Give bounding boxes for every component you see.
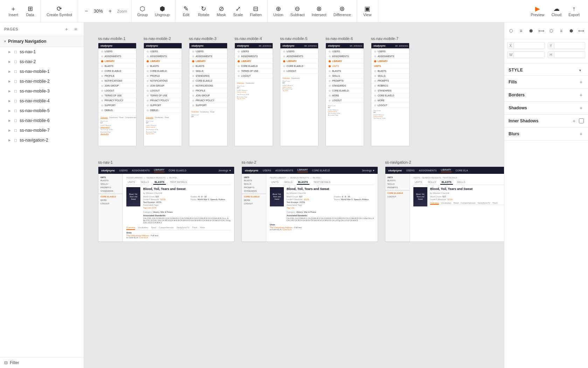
inner-shadows-header[interactable]: Inner Shadows + [504, 115, 588, 127]
shadows-header[interactable]: Shadows + [504, 102, 588, 114]
nmt-logo-2: studysync [146, 45, 158, 47]
coord-row-xy: X × Y [507, 42, 585, 49]
borders-header[interactable]: Borders + [504, 89, 588, 101]
scale-button[interactable]: ⤢ Scale [230, 2, 246, 20]
page-item-ss-nav-mobile-6[interactable]: ▶ □ ss-nav-mobile-6 [0, 116, 84, 125]
dlt-book-cover-2: Blood, Toil, Tears and Sweat [270, 187, 284, 206]
frame-wrapper-mobile-2: ss-nav-mobile-2 × studysync USERS ASSIGN… [144, 36, 182, 146]
coord-y-input[interactable] [554, 42, 586, 49]
dlt-body-2: UNITS BLASTS SKILLS PROMPTS STANDARDS CO… [242, 174, 378, 241]
frame-label-desktop-1: ss-nav-1 [98, 160, 113, 164]
nmt-tags-5: Tag 1075 [282, 90, 317, 91]
page-item-ss-nav-2[interactable]: ▶ □ ss-nav-2 [0, 57, 84, 67]
nmt-item-users-5: USERS [280, 49, 318, 54]
add-inner-shadow-button[interactable]: + [571, 118, 577, 124]
add-blur-button[interactable]: + [578, 131, 584, 137]
primary-navigation-group[interactable]: ▾ Primary Navigation [0, 36, 84, 47]
edit-button[interactable]: ✎ Edit [178, 2, 194, 20]
union-button[interactable]: ⊕ Union [271, 2, 286, 20]
add-border-button[interactable]: + [578, 92, 584, 98]
align-left-button[interactable]: ⬡ [507, 27, 515, 35]
page-item-ss-nav-mobile-4[interactable]: ▶ □ ss-nav-mobile-4 [0, 96, 84, 106]
insert-button[interactable]: ＋ Insert [6, 2, 21, 20]
nmt-tab-v-4: Vocabulary [246, 82, 254, 84]
fills-header[interactable]: Fills + [504, 76, 588, 88]
subtract-button[interactable]: ⊖ Subtract [287, 2, 307, 20]
dlt-left-blasts: BLASTS [98, 179, 122, 182]
inner-shadows-toggle[interactable] [579, 118, 584, 123]
nmt-item-logout-4: TERMS OF USE [235, 69, 273, 74]
intersect-button[interactable]: ⊗ Intersect [309, 2, 329, 20]
align-bottom-button[interactable]: ⬢ [567, 27, 575, 35]
pages-menu-button[interactable]: ≡ [72, 25, 79, 33]
frame-label-mobile-3: ss-nav-mobile-3 [189, 36, 216, 41]
page-item-ss-nav-mobile-1[interactable]: ▶ □ ss-nav-mobile-1 [0, 67, 84, 76]
create-symbol-button[interactable]: ⟳ Create Symbol [44, 2, 75, 20]
align-center-v-button[interactable]: ≡ [558, 27, 565, 35]
canvas-area[interactable]: ss-nav-mobile-1 × studysync USERS ASSIGN… [84, 22, 504, 368]
frame-thumbnail-mobile-1[interactable]: × studysync USERS ASSIGNMENTS LIBRARY BL… [98, 43, 136, 146]
dlt-book-section-2: Blood, Toil, Tears and Sweat Blood, Toil… [270, 187, 374, 222]
dlt-info-category: Category: History, War & Peace [143, 211, 231, 213]
frame-thumbnail-mobile-7[interactable]: × studysync MR. JENNINGS USERS ASSIGNMEN… [371, 43, 410, 146]
frame-thumbnail-mobile-3[interactable]: × studysync USERS ASSIGNMENTS LIBRARY BL… [189, 43, 227, 146]
nmt-item-notif-3: NOTIFICATIONS [189, 83, 227, 88]
coord-h-input[interactable] [554, 52, 586, 58]
nmt-item-more-7: MORE [371, 98, 410, 103]
frame-thumbnail-desktop-3[interactable]: studysync USERS ASSIGNMENTS LIBRARY CORE… [385, 166, 504, 242]
group-ungroup-group: ⬡ Group ⬢ Ungroup [132, 0, 176, 22]
add-shadow-button[interactable]: + [578, 105, 584, 111]
distribute-v-button[interactable]: ⟺ [578, 27, 585, 35]
rotate-button[interactable]: ↻ Rotate [195, 2, 212, 20]
data-button[interactable]: ⊞ Data [22, 2, 38, 20]
nmt-wc-7: 527 [373, 111, 408, 113]
coord-x-input[interactable] [514, 42, 545, 49]
frame-wrapper-mobile-7: ss-nav-mobile-7 × studysync MR. JENNINGS… [371, 36, 410, 146]
nav-mobile-3-content: studysync USERS ASSIGNMENTS LIBRARY BLAS… [189, 43, 227, 146]
dlt-ov-ov-3: Overview [430, 202, 439, 205]
coord-w-input[interactable] [514, 52, 545, 58]
zoom-in-button[interactable]: + [106, 7, 114, 15]
frame-thumbnail-mobile-4[interactable]: × studysync MR. JENNINGS USERS ASSIGNMEN… [234, 43, 273, 146]
align-top-button[interactable]: ⬡ [547, 27, 555, 35]
nmt-item-assign-2: ASSIGNMENTS [144, 54, 182, 59]
dlt-ov-section: Overview Vocabulary Read Comprehension S… [430, 202, 504, 205]
difference-button[interactable]: ⊛ Difference [331, 2, 354, 20]
page-item-ss-nav-mobile-3[interactable]: ▶ □ ss-nav-mobile-3 [0, 86, 84, 96]
page-item-ss-nav-mobile-5[interactable]: ▶ □ ss-nav-mobile-5 [0, 106, 84, 116]
frame-thumbnail-mobile-2[interactable]: × studysync USERS ASSIGNMENTS LIBRARY BL… [144, 43, 182, 146]
ungroup-button[interactable]: ⬢ Ungroup [152, 2, 172, 20]
page-item-ss-nav-1[interactable]: ▶ □ ss-nav-1 [0, 47, 84, 57]
nmt-item-more-6: MORE [326, 93, 364, 98]
style-expand-button[interactable]: ▾ [576, 66, 584, 74]
cloud-button[interactable]: ☁ Cloud [548, 2, 564, 20]
nmt-item-units-6: UNITS [326, 64, 364, 69]
page-item-ss-nav-mobile-7[interactable]: ▶ □ ss-nav-mobile-7 [0, 125, 84, 135]
blurs-header[interactable]: Blurs + [504, 128, 588, 140]
distribute-h-button[interactable]: ⟺ [537, 27, 545, 35]
align-right-button[interactable]: ⬢ [527, 27, 535, 35]
mask-button[interactable]: ⊘ Mask [214, 2, 229, 20]
nmt-item-assign-6: ASSIGNMENTS [326, 54, 364, 59]
dlt-tab-units-1: UNITS [126, 180, 136, 185]
add-page-button[interactable]: + [63, 25, 70, 33]
add-fill-button[interactable]: + [578, 79, 584, 85]
align-center-h-button[interactable]: ≡ [517, 27, 525, 35]
preview-button[interactable]: ▶ Preview [528, 2, 547, 20]
flatten-button[interactable]: ⊟ Flatten [247, 2, 265, 20]
export-button[interactable]: ↑ Export [566, 2, 582, 20]
page-icon: □ [14, 98, 17, 103]
dlt-tab-blasts-3: BLASTS [440, 180, 453, 185]
frame-thumbnail-mobile-6[interactable]: × studysync MR. JENNINGS USERS ASSIGNMEN… [326, 43, 364, 146]
frame-thumbnail-desktop-2[interactable]: studysync USERS ASSIGNMENTS LIBRARY CORE… [241, 166, 378, 242]
frame-thumbnail-mobile-5[interactable]: × studysync MR. JENNINGS USERS ASSIGNMEN… [280, 43, 318, 146]
zoom-out-button[interactable]: − [82, 7, 91, 15]
page-item-ss-navigation-2[interactable]: ▶ □ ss-navigation-2 [0, 135, 84, 145]
filter-footer[interactable]: ⊟ Filter [0, 357, 84, 368]
view-button[interactable]: ▣ View [360, 2, 375, 20]
frame-thumbnail-desktop-1[interactable]: studysync USERS ASSIGNMENTS LIBRARY CORE… [98, 166, 234, 242]
page-item-ss-nav-mobile-2[interactable]: ▶ □ ss-nav-mobile-2 [0, 76, 84, 86]
expand-icon: ▶ [8, 138, 11, 142]
group-button[interactable]: ⬡ Group [134, 2, 151, 20]
dlt-left-logout: LOGOUT [98, 202, 122, 205]
